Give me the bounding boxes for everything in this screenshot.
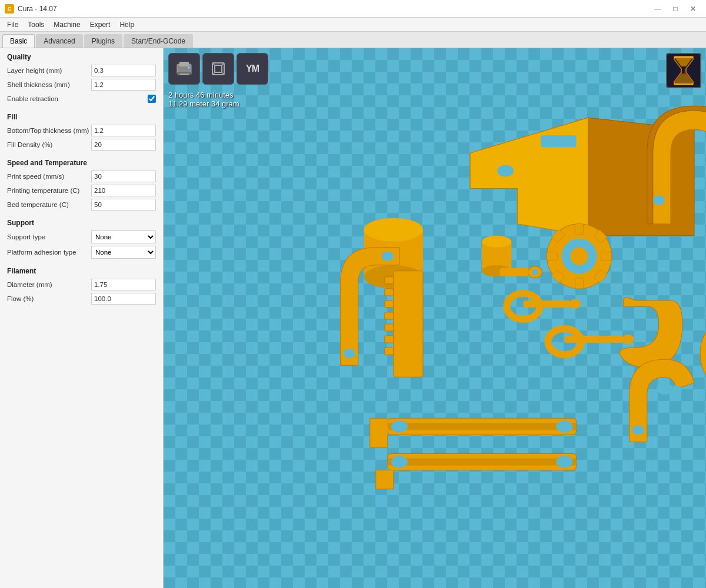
svg-point-28 xyxy=(364,218,423,242)
svg-point-23 xyxy=(653,196,665,205)
svg-rect-70 xyxy=(388,459,577,466)
support-type-row: Support type None Touching buildplate Ev… xyxy=(0,229,163,245)
svg-marker-12 xyxy=(674,57,693,66)
menu-bar: File Tools Machine Expert Help xyxy=(0,18,706,32)
fill-density-row: Fill Density (%) xyxy=(0,138,163,152)
support-type-select[interactable]: None Touching buildplate Everywhere xyxy=(91,230,156,243)
svg-rect-41 xyxy=(547,252,557,260)
svg-point-68 xyxy=(556,420,572,432)
tab-plugins[interactable]: Plugins xyxy=(84,34,122,48)
ym-button[interactable]: YM xyxy=(237,53,268,85)
layer-height-input[interactable] xyxy=(91,65,156,76)
filament-section-header: Filament xyxy=(0,262,163,278)
layer-height-row: Layer height (mm) xyxy=(0,64,163,78)
flow-row: Flow (%) xyxy=(0,292,163,306)
bed-temperature-label: Bed temperature (C) xyxy=(7,201,91,208)
svg-rect-42 xyxy=(601,252,612,260)
print-info: 2 hours 46 minutes 11.29 meter 34 gram xyxy=(168,91,239,108)
close-button[interactable]: ✕ xyxy=(685,2,701,15)
svg-rect-56 xyxy=(523,300,570,308)
svg-rect-66 xyxy=(388,423,577,430)
main-container: Quality Layer height (mm) Shell thicknes… xyxy=(0,48,706,588)
maximize-button[interactable]: □ xyxy=(667,2,684,15)
part-gear xyxy=(547,224,611,289)
fill-density-input[interactable] xyxy=(91,139,156,151)
menu-help[interactable]: Help xyxy=(115,18,139,31)
print-speed-label: Print speed (mm/s) xyxy=(7,173,91,180)
menu-tools[interactable]: Tools xyxy=(23,18,49,31)
title-bar-controls[interactable]: — □ ✕ xyxy=(650,2,701,15)
svg-rect-39 xyxy=(575,224,584,235)
fill-density-label: Fill Density (%) xyxy=(7,141,91,148)
shell-thickness-label: Shell thickness (mm) xyxy=(7,81,91,88)
3d-viewport[interactable]: YM 2 hours 46 minutes 11.29 meter 34 gra… xyxy=(164,48,706,588)
enable-retraction-checkbox[interactable] xyxy=(148,95,156,103)
title-bar: C Cura - 14.07 — □ ✕ xyxy=(0,0,706,18)
platform-adhesion-select[interactable]: None Brim Raft xyxy=(91,246,156,259)
enable-retraction-label: Enable retraction xyxy=(7,95,148,102)
part-small-cylinder xyxy=(482,236,542,278)
svg-rect-22 xyxy=(541,135,576,147)
printing-temperature-input[interactable] xyxy=(91,185,156,196)
viewport-toolbar: YM xyxy=(168,53,268,85)
svg-rect-6 xyxy=(215,65,222,72)
top-right-icon[interactable] xyxy=(666,53,701,88)
tab-bar: Basic Advanced Plugins Start/End-GCode xyxy=(0,32,706,48)
svg-point-60 xyxy=(622,335,634,344)
support-section-header: Support xyxy=(0,214,163,229)
print-speed-row: Print speed (mm/s) xyxy=(0,169,163,183)
print-material: 11.29 meter 34 gram xyxy=(168,99,239,108)
print-speed-input[interactable] xyxy=(91,171,156,182)
printing-temperature-row: Printing temperature (C) xyxy=(0,183,163,198)
svg-point-38 xyxy=(571,248,588,265)
print-settings-button[interactable] xyxy=(168,53,200,85)
diameter-label: Diameter (mm) xyxy=(7,281,91,288)
svg-point-72 xyxy=(556,456,572,468)
svg-point-32 xyxy=(482,236,511,248)
diameter-input[interactable] xyxy=(91,279,156,290)
svg-point-67 xyxy=(391,420,408,432)
svg-rect-48 xyxy=(385,277,394,284)
menu-expert[interactable]: Expert xyxy=(85,18,115,31)
bottom-top-thickness-row: Bottom/Top thickness (mm) xyxy=(0,123,163,138)
printing-temperature-label: Printing temperature (C) xyxy=(7,187,91,194)
menu-machine[interactable]: Machine xyxy=(49,18,85,31)
tab-basic[interactable]: Basic xyxy=(2,34,35,48)
layer-view-button[interactable] xyxy=(202,53,234,85)
flow-input[interactable] xyxy=(91,293,156,305)
bed-temperature-input[interactable] xyxy=(91,199,156,211)
svg-point-71 xyxy=(391,456,408,468)
part-key1 xyxy=(507,293,581,319)
svg-point-73 xyxy=(344,349,355,358)
svg-rect-50 xyxy=(385,300,394,308)
bottom-top-thickness-label: Bottom/Top thickness (mm) xyxy=(7,127,91,134)
enable-retraction-row: Enable retraction xyxy=(0,92,163,106)
app-icon: C xyxy=(5,4,14,14)
app-title: Cura - 14.07 xyxy=(18,5,57,13)
svg-rect-59 xyxy=(564,336,623,343)
tab-advanced[interactable]: Advanced xyxy=(36,34,82,48)
settings-panel: Quality Layer height (mm) Shell thicknes… xyxy=(0,48,164,588)
svg-rect-51 xyxy=(385,312,394,319)
svg-rect-49 xyxy=(385,289,394,296)
svg-marker-17 xyxy=(588,118,694,235)
svg-point-57 xyxy=(569,299,581,309)
bed-temperature-row: Bed temperature (C) xyxy=(0,198,163,212)
bottom-top-thickness-input[interactable] xyxy=(91,125,156,136)
layer-height-label: Layer height (mm) xyxy=(7,67,91,74)
menu-file[interactable]: File xyxy=(2,18,23,31)
print-time: 2 hours 46 minutes xyxy=(168,91,239,99)
svg-rect-47 xyxy=(394,271,423,377)
3d-scene xyxy=(164,48,706,588)
tab-startend-gcode[interactable]: Start/End-GCode xyxy=(124,34,193,48)
svg-rect-54 xyxy=(385,348,394,355)
shell-thickness-row: Shell thickness (mm) xyxy=(0,78,163,92)
platform-adhesion-label: Platform adhesion type xyxy=(7,249,91,256)
shell-thickness-input[interactable] xyxy=(91,79,156,91)
title-bar-left: C Cura - 14.07 xyxy=(5,4,57,14)
minimize-button[interactable]: — xyxy=(650,2,666,15)
svg-point-35 xyxy=(532,269,538,275)
platform-adhesion-row: Platform adhesion type None Brim Raft xyxy=(0,245,163,260)
ym-label: YM xyxy=(246,64,259,74)
svg-point-61 xyxy=(657,383,673,395)
